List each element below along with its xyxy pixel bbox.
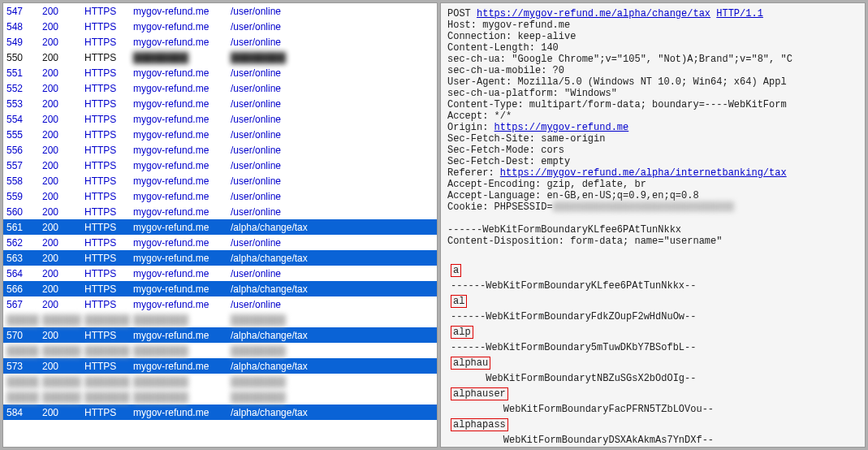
request-path: /user/online (227, 3, 437, 19)
request-path: /user/online (227, 80, 437, 96)
table-row[interactable]: 562200HTTPSmygov-refund.me/user/online (3, 235, 437, 250)
table-row[interactable]: 553200HTTPSmygov-refund.me/user/online (3, 96, 437, 111)
request-host: mygov-refund.me (130, 173, 227, 188)
request-path: /user/online (227, 142, 437, 158)
table-row[interactable]: 584200HTTPSmygov-refund.me/alpha/change/… (3, 405, 437, 420)
http-header: sec-ch-ua-platform: "Windows" (447, 88, 617, 99)
request-status: 200 (39, 3, 81, 19)
table-row[interactable]: 558200HTTPSmygov-refund.me/user/online (3, 173, 437, 188)
request-id: 566 (3, 281, 39, 296)
table-row[interactable]: 550200HTTPS████████████████ (3, 50, 437, 65)
table-row[interactable]: 564200HTTPSmygov-refund.me/user/online (3, 266, 437, 281)
table-row[interactable]: 566200HTTPSmygov-refund.me/alpha/change/… (3, 281, 437, 296)
form-value-fragment: alphapass (447, 418, 858, 432)
request-path: ████████ (227, 50, 437, 65)
request-path: /user/online (227, 188, 437, 204)
table-row[interactable]: 555200HTTPSmygov-refund.me/user/online (3, 127, 437, 142)
http-version[interactable]: HTTP/1.1 (716, 8, 763, 19)
request-id: 558 (3, 173, 39, 188)
table-row[interactable]: ████████████████████████████████████████ (3, 374, 437, 389)
request-status: 200 (39, 111, 81, 127)
request-host: mygov-refund.me (130, 235, 227, 250)
request-host: mygov-refund.me (130, 219, 227, 235)
http-method: POST (447, 8, 471, 19)
request-protocol: HTTPS (81, 296, 130, 312)
request-path: ████████ (227, 343, 437, 358)
request-protocol: HTTPS (81, 204, 130, 219)
request-path: ████████ (227, 374, 437, 389)
request-path: /user/online (227, 296, 437, 312)
request-protocol: ████████ (81, 312, 130, 327)
request-id: 550 (3, 50, 39, 65)
table-row[interactable]: ████████████████████████████████████████ (3, 343, 437, 358)
request-host: mygov-refund.me (130, 281, 227, 296)
request-path: /user/online (227, 127, 437, 142)
request-detail-panel[interactable]: POST https://mygov-refund.me/alpha/chang… (440, 2, 866, 448)
request-id: 547 (3, 3, 39, 19)
table-row[interactable]: 547200HTTPSmygov-refund.me/user/online (3, 3, 437, 19)
request-host: mygov-refund.me (130, 65, 227, 80)
http-raw-view[interactable]: POST https://mygov-refund.me/alpha/chang… (441, 3, 865, 448)
request-status: 200 (39, 204, 81, 219)
http-header: Sec-Fetch-Site: same-origin (447, 133, 605, 145)
form-boundary-line: ------WebKitFormBoundaryKLfee6PAtTunNkkx… (447, 279, 858, 292)
table-row[interactable]: 559200HTTPSmygov-refund.me/user/online (3, 188, 437, 204)
table-row[interactable]: 556200HTTPSmygov-refund.me/user/online (3, 142, 437, 158)
form-value-fragment: al (447, 294, 858, 309)
request-protocol: HTTPS (81, 127, 130, 142)
request-url-link[interactable]: https://mygov-refund.me/alpha/change/tax (477, 8, 710, 19)
table-row[interactable]: 549200HTTPSmygov-refund.me/user/online (3, 34, 437, 50)
table-row[interactable]: 551200HTTPSmygov-refund.me/user/online (3, 65, 437, 80)
form-value-fragment: alphau (447, 356, 858, 370)
table-row[interactable]: 552200HTTPSmygov-refund.me/user/online (3, 80, 437, 96)
request-id: 559 (3, 188, 39, 204)
captured-value: alphauser (451, 387, 508, 400)
request-protocol: HTTPS (81, 188, 130, 204)
request-host: mygov-refund.me (130, 204, 227, 219)
form-boundary-line: WebKitFormBoundaryDSXAkAkmAs7YnDXf-- (447, 434, 858, 447)
table-row[interactable]: 548200HTTPSmygov-refund.me/user/online (3, 19, 437, 34)
table-row[interactable]: ████████████████████████████████████████ (3, 389, 437, 405)
request-id: 564 (3, 266, 39, 281)
table-row[interactable]: 573200HTTPSmygov-refund.me/alpha/change/… (3, 358, 437, 374)
table-row[interactable]: 554200HTTPSmygov-refund.me/user/online (3, 111, 437, 127)
http-header: Accept-Language: en-GB,en-US;q=0.9,en;q=… (447, 190, 699, 201)
request-path: /user/online (227, 96, 437, 111)
table-row[interactable]: 560200HTTPSmygov-refund.me/user/online (3, 204, 437, 219)
request-protocol: HTTPS (81, 80, 130, 96)
http-header: Accept-Encoding: gzip, deflate, br (447, 179, 646, 190)
request-path: /user/online (227, 19, 437, 34)
request-id: 549 (3, 34, 39, 50)
request-status: 200 (39, 250, 81, 266)
form-boundary-line: WebKitFormBoundaryFacPFRN5TZbLOVou-- (447, 403, 858, 416)
table-row[interactable]: 563200HTTPSmygov-refund.me/alpha/change/… (3, 250, 437, 266)
request-id: 555 (3, 127, 39, 142)
request-id: 567 (3, 296, 39, 312)
request-id: 548 (3, 19, 39, 34)
origin-link[interactable]: https://mygov-refund.me (494, 122, 629, 133)
request-path: /alpha/change/tax (227, 219, 437, 235)
table-row[interactable]: ████████████████████████████████████████ (3, 312, 437, 327)
table-row[interactable]: 567200HTTPSmygov-refund.me/user/online (3, 296, 437, 312)
request-path: /alpha/change/tax (227, 250, 437, 266)
referer-link[interactable]: https://mygov-refund.me/alpha/internetba… (500, 167, 787, 179)
request-status: 200 (39, 327, 81, 343)
request-status: ████████ (39, 312, 81, 327)
table-row[interactable]: 557200HTTPSmygov-refund.me/user/online (3, 158, 437, 173)
request-protocol: HTTPS (81, 219, 130, 235)
request-host: mygov-refund.me (130, 358, 227, 374)
http-header: User-Agent: Mozilla/5.0 (Windows NT 10.0… (447, 76, 787, 88)
request-status: 200 (39, 65, 81, 80)
http-header: Cookie: PHPSESSID= (447, 201, 553, 213)
table-row[interactable]: 561200HTTPSmygov-refund.me/alpha/change/… (3, 219, 437, 235)
request-protocol: HTTPS (81, 235, 130, 250)
request-status: 200 (39, 266, 81, 281)
request-host: ████████ (130, 389, 227, 405)
request-list-panel[interactable]: 547200HTTPSmygov-refund.me/user/online54… (2, 2, 438, 448)
request-path: /user/online (227, 235, 437, 250)
table-row[interactable]: 570200HTTPSmygov-refund.me/alpha/change/… (3, 327, 437, 343)
request-path: /user/online (227, 34, 437, 50)
request-table: 547200HTTPSmygov-refund.me/user/online54… (3, 3, 437, 420)
request-status: 200 (39, 358, 81, 374)
request-status: 200 (39, 235, 81, 250)
